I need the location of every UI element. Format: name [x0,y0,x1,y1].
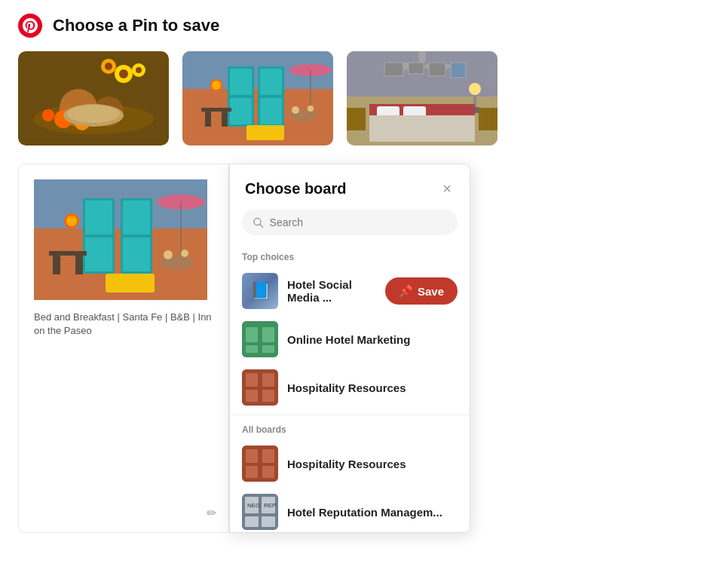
image-caption: Bed and Breakfast | Santa Fe | B&B | Inn… [34,311,213,338]
svg-rect-80 [262,345,274,353]
patio-image-svg [182,51,333,145]
board-thumb-hospitality-top [242,369,278,406]
svg-point-72 [164,250,173,259]
choose-board-panel: Choose board × Top choices 📘 Hotel [229,164,470,533]
svg-point-70 [66,216,77,226]
svg-point-34 [308,106,314,112]
food-image-svg [18,51,169,145]
svg-rect-85 [262,390,274,402]
svg-rect-89 [246,466,258,478]
all-boards-label: All boards [230,418,470,439]
board-name-hotel-social: Hotel Social Media ... [287,278,376,304]
board-item-hotel-social[interactable]: 📘 Hotel Social Media ... 📌 Save [230,267,470,315]
board-name-online-hotel: Online Hotel Marketing [287,333,458,346]
search-input[interactable] [270,216,447,228]
svg-rect-51 [384,63,403,76]
save-label: Save [418,285,444,298]
online-hotel-thumb-svg [242,321,278,357]
patio-image [182,51,333,145]
top-choices-label: Top choices [230,246,470,267]
panel-header: Choose board × [230,164,470,210]
image-grid [0,51,701,164]
svg-point-0 [18,14,42,38]
svg-text:REP: REP [264,502,276,509]
book-icon: 📘 [242,273,278,309]
svg-rect-1 [18,51,169,145]
svg-rect-54 [451,63,466,78]
svg-rect-26 [201,108,231,112]
svg-point-12 [75,115,90,130]
svg-rect-83 [262,373,274,387]
svg-rect-62 [123,237,150,271]
svg-rect-79 [246,345,258,353]
pinterest-logo [18,14,42,38]
svg-point-10 [136,67,142,73]
content-panel: Bed and Breakfast | Santa Fe | B&B | Inn… [18,164,229,533]
svg-rect-53 [429,63,445,76]
svg-point-14 [63,104,124,127]
svg-rect-61 [85,237,112,271]
svg-rect-50 [479,108,497,130]
panel-title: Choose board [245,180,346,198]
svg-point-8 [105,63,112,70]
svg-point-11 [54,110,72,128]
svg-point-6 [119,69,128,78]
section-divider [230,415,470,415]
image-card-food[interactable] [18,51,169,145]
hospitality-all-thumb-svg [242,446,278,482]
svg-point-7 [101,59,116,74]
svg-point-5 [115,65,133,83]
svg-rect-48 [369,115,475,142]
room-image-svg [347,51,497,145]
board-thumb-online-hotel [242,321,278,357]
svg-rect-23 [260,98,282,124]
hospitality-top-thumb-svg [242,369,278,406]
pin-icon: 📌 [399,284,413,298]
board-thumb-hotel-rep: NEG REP [242,494,278,530]
close-button[interactable]: × [439,179,455,198]
edit-icon[interactable]: ✏ [207,506,216,520]
svg-point-31 [212,81,221,90]
board-item-hospitality-top[interactable]: Hospitality Resources [230,363,470,412]
page-title: Choose a Pin to save [53,16,219,35]
board-item-online-hotel[interactable]: Online Hotel Marketing [230,315,470,363]
image-card-patio[interactable] [182,51,333,145]
main-image-svg [34,179,207,300]
svg-rect-49 [347,108,366,130]
svg-rect-60 [123,201,150,234]
search-icon [253,216,264,228]
svg-rect-66 [53,256,60,274]
svg-rect-97 [262,516,275,527]
board-name-hotel-rep: Hotel Reputation Managem... [287,506,458,519]
main-area: Bed and Breakfast | Santa Fe | B&B | Inn… [0,164,701,533]
svg-rect-59 [85,201,112,234]
svg-point-33 [292,106,299,114]
svg-rect-21 [260,69,282,95]
board-item-hospitality-all[interactable]: Hospitality Resources [230,439,470,488]
svg-rect-29 [246,125,284,140]
svg-rect-77 [246,327,258,342]
svg-rect-84 [246,390,258,402]
svg-rect-78 [262,327,274,342]
save-button[interactable]: 📌 Save [385,277,458,305]
board-name-hospitality-all: Hospitality Resources [287,458,458,470]
svg-rect-90 [262,466,274,478]
main-selected-image [34,179,207,300]
search-container [230,210,470,246]
svg-rect-27 [205,112,211,127]
image-card-room[interactable] [347,51,497,145]
svg-text:NEG: NEG [247,502,260,509]
svg-rect-65 [49,251,87,256]
board-thumb-hospitality-all [242,446,278,482]
board-list: Top choices 📘 Hotel Social Media ... 📌 S… [230,246,470,532]
room-image [347,51,497,145]
svg-rect-52 [409,63,424,74]
board-item-hotel-rep[interactable]: NEG REP Hotel Reputation Managem... [230,488,470,532]
svg-rect-88 [262,449,274,463]
svg-point-13 [42,109,54,121]
svg-point-15 [67,105,120,123]
svg-rect-28 [222,112,228,127]
svg-rect-22 [230,98,252,124]
hotel-rep-thumb-svg: NEG REP [242,494,278,530]
svg-rect-96 [245,516,259,527]
